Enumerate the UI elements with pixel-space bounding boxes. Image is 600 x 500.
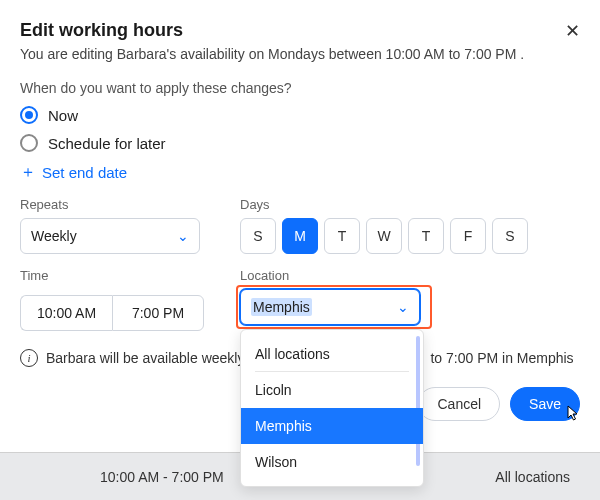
location-dropdown: All locationsLicolnMemphisWilson (240, 329, 424, 487)
set-end-date-label: Set end date (42, 164, 127, 181)
modal-subtitle: You are editing Barbara's availability o… (20, 46, 580, 62)
time-label: Time (20, 268, 204, 283)
time-end-input[interactable]: 7:00 PM (112, 295, 204, 331)
info-icon: i (20, 349, 38, 367)
radio-unchecked-icon (20, 134, 38, 152)
info-text-suffix: to 7:00 PM in Memphis (430, 350, 573, 366)
location-option[interactable]: All locations (241, 336, 423, 372)
cursor-icon (567, 405, 583, 426)
days-label: Days (240, 197, 528, 212)
footer-location: All locations (495, 469, 570, 485)
time-start-input[interactable]: 10:00 AM (20, 295, 112, 331)
day-toggle[interactable]: T (324, 218, 360, 254)
radio-now[interactable]: Now (20, 106, 580, 124)
day-toggle[interactable]: M (282, 218, 318, 254)
radio-schedule-later[interactable]: Schedule for later (20, 134, 580, 152)
radio-later-label: Schedule for later (48, 135, 166, 152)
location-option[interactable]: Memphis (241, 408, 423, 444)
days-row: SMTWTFS (240, 218, 528, 254)
radio-now-label: Now (48, 107, 78, 124)
repeats-value: Weekly (31, 228, 77, 244)
day-toggle[interactable]: T (408, 218, 444, 254)
day-toggle[interactable]: W (366, 218, 402, 254)
save-button[interactable]: Save (510, 387, 580, 421)
repeats-label: Repeats (20, 197, 200, 212)
location-option[interactable]: Wilson (241, 444, 423, 480)
plus-icon: ＋ (20, 162, 36, 183)
day-toggle[interactable]: S (492, 218, 528, 254)
day-toggle[interactable]: F (450, 218, 486, 254)
save-button-label: Save (529, 396, 561, 412)
repeats-select[interactable]: Weekly ⌄ (20, 218, 200, 254)
location-label: Location (240, 268, 420, 283)
cancel-button[interactable]: Cancel (418, 387, 500, 421)
info-text-prefix: Barbara will be available weekly (46, 350, 244, 366)
location-value: Memphis (251, 298, 312, 316)
apply-question: When do you want to apply these changes? (20, 80, 580, 96)
day-toggle[interactable]: S (240, 218, 276, 254)
radio-checked-icon (20, 106, 38, 124)
close-icon[interactable]: ✕ (565, 20, 580, 42)
footer-time-range: 10:00 AM - 7:00 PM (100, 469, 224, 485)
set-end-date-button[interactable]: ＋ Set end date (20, 162, 580, 183)
chevron-down-icon: ⌄ (397, 299, 409, 315)
modal-title: Edit working hours (20, 20, 183, 41)
chevron-down-icon: ⌄ (177, 228, 189, 244)
location-select[interactable]: Memphis ⌄ (240, 289, 420, 325)
location-option[interactable]: Licoln (241, 372, 423, 408)
